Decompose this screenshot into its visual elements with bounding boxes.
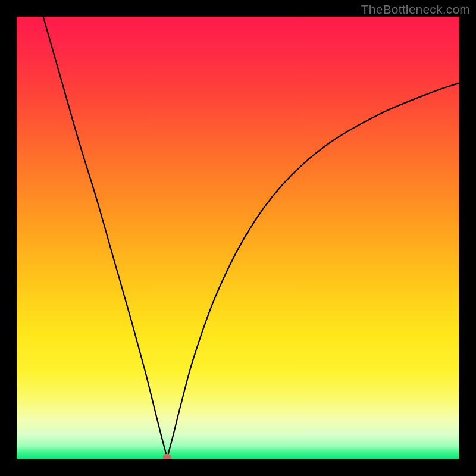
watermark-text: TheBottleneck.com: [361, 2, 470, 17]
bottleneck-curve: [17, 17, 459, 459]
chart-frame: TheBottleneck.com: [0, 0, 476, 476]
plot-area: [17, 17, 459, 459]
optimal-point-marker: [163, 454, 171, 459]
